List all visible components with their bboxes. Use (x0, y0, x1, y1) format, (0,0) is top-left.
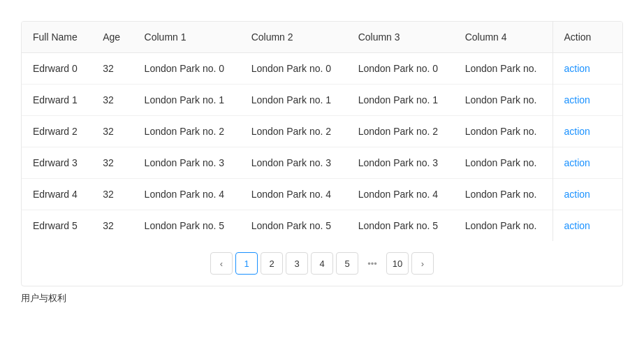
cell-action-2: action (552, 116, 622, 147)
col-column3: Column 3 (347, 22, 454, 53)
cell-age-5: 32 (92, 210, 133, 242)
cell-column1-1: London Park no. 1 (133, 85, 240, 116)
cell-column3-4: London Park no. 4 (347, 179, 454, 210)
cell-action-3: action (552, 147, 622, 179)
cell-column2-4: London Park no. 4 (240, 179, 347, 210)
cell-column1-0: London Park no. 0 (133, 53, 240, 85)
table-row: Edrward 332London Park no. 3London Park … (22, 147, 622, 179)
table-row: Edrward 032London Park no. 0London Park … (22, 53, 622, 85)
col-column2: Column 2 (240, 22, 347, 53)
pagination-dots: ••• (361, 252, 383, 275)
table-row: Edrward 532London Park no. 5London Park … (22, 210, 622, 242)
cell-column1-4: London Park no. 4 (133, 179, 240, 210)
cell-fullName-2: Edrward 2 (22, 116, 92, 147)
cell-fullName-5: Edrward 5 (22, 210, 92, 242)
pagination: ‹ 1 2 3 4 5 ••• 10 › (22, 241, 622, 286)
table-row: Edrward 432London Park no. 4London Park … (22, 179, 622, 210)
cell-column4-1: London Park no. (454, 85, 552, 116)
action-link-1[interactable]: action (564, 94, 590, 105)
cell-age-0: 32 (92, 53, 133, 85)
cell-column1-3: London Park no. 3 (133, 147, 240, 179)
cell-fullName-4: Edrward 4 (22, 179, 92, 210)
cell-column3-2: London Park no. 2 (347, 116, 454, 147)
action-link-4[interactable]: action (564, 189, 590, 200)
table-row: Edrward 132London Park no. 1London Park … (22, 85, 622, 116)
cell-column4-3: London Park no. (454, 147, 552, 179)
cell-action-5: action (552, 210, 622, 242)
cell-action-0: action (552, 53, 622, 85)
cell-column2-2: London Park no. 2 (240, 116, 347, 147)
page-4-button[interactable]: 4 (311, 252, 333, 275)
col-full-name: Full Name (22, 22, 92, 53)
action-link-2[interactable]: action (564, 126, 590, 137)
cell-column2-5: London Park no. 5 (240, 210, 347, 242)
cell-column4-4: London Park no. (454, 179, 552, 210)
table-row: Edrward 232London Park no. 2London Park … (22, 116, 622, 147)
col-column1: Column 1 (133, 22, 240, 53)
table-container: Full Name Age Column 1 Column 2 Column 3… (21, 21, 623, 310)
data-table: Full Name Age Column 1 Column 2 Column 3… (21, 21, 623, 286)
action-link-3[interactable]: action (564, 157, 590, 168)
cell-column2-3: London Park no. 3 (240, 147, 347, 179)
col-action: Action (552, 22, 622, 53)
cell-action-4: action (552, 179, 622, 210)
cell-column4-5: London Park no. (454, 210, 552, 242)
page-3-button[interactable]: 3 (286, 252, 308, 275)
page-2-button[interactable]: 2 (261, 252, 283, 275)
action-link-0[interactable]: action (564, 63, 590, 74)
cell-age-2: 32 (92, 116, 133, 147)
next-page-button[interactable]: › (411, 252, 434, 275)
cell-age-4: 32 (92, 179, 133, 210)
prev-page-button[interactable]: ‹ (210, 252, 233, 275)
action-link-5[interactable]: action (564, 220, 590, 231)
cell-column3-5: London Park no. 5 (347, 210, 454, 242)
page-1-button[interactable]: 1 (235, 252, 258, 275)
cell-column4-2: London Park no. (454, 116, 552, 147)
col-column4: Column 4 (454, 22, 552, 53)
cell-age-3: 32 (92, 147, 133, 179)
cell-fullName-0: Edrward 0 (22, 53, 92, 85)
cell-column2-1: London Park no. 1 (240, 85, 347, 116)
cell-column1-5: London Park no. 5 (133, 210, 240, 242)
cell-action-1: action (552, 85, 622, 116)
cell-age-1: 32 (92, 85, 133, 116)
cell-column4-0: London Park no. (454, 53, 552, 85)
footer-text: 用户与权利 (21, 286, 623, 310)
cell-fullName-3: Edrward 3 (22, 147, 92, 179)
page-5-button[interactable]: 5 (336, 252, 358, 275)
table-header-row: Full Name Age Column 1 Column 2 Column 3… (22, 22, 622, 53)
cell-column3-1: London Park no. 1 (347, 85, 454, 116)
cell-column1-2: London Park no. 2 (133, 116, 240, 147)
cell-column2-0: London Park no. 0 (240, 53, 347, 85)
cell-fullName-1: Edrward 1 (22, 85, 92, 116)
cell-column3-3: London Park no. 3 (347, 147, 454, 179)
cell-column3-0: London Park no. 0 (347, 53, 454, 85)
col-age: Age (92, 22, 133, 53)
page-last-button[interactable]: 10 (386, 252, 409, 275)
